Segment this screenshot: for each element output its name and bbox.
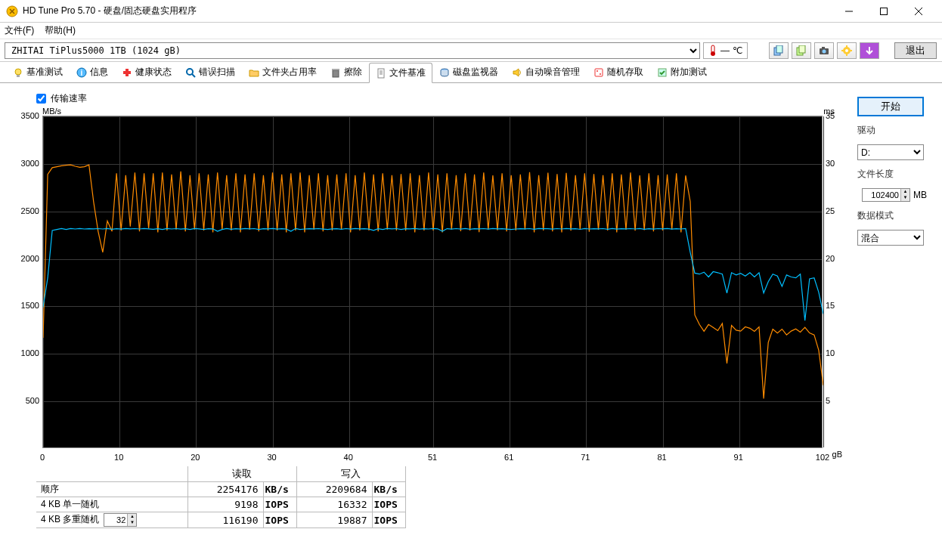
x-tick: 102	[816, 453, 829, 462]
menubar: 文件(F) 帮助(H)	[0, 23, 942, 39]
tab-label: 自动噪音管理	[525, 66, 580, 79]
results-table: 读取 写入 顺序2254176KB/s2209684KB/s4 KB 单一随机9…	[36, 466, 850, 528]
qd-down[interactable]: ▼	[127, 520, 136, 526]
tab-8[interactable]: 自动噪音管理	[505, 62, 587, 82]
svg-point-30	[596, 70, 598, 72]
folder-icon	[249, 67, 259, 78]
file-icon	[376, 68, 386, 79]
tabstrip: 基准测试i信息健康状态错误扫描文件夹占用率擦除文件基准磁盘监视器自动噪音管理随机…	[0, 62, 942, 83]
app-icon	[6, 5, 18, 17]
info-icon: i	[76, 67, 87, 78]
copy-result-button[interactable]	[792, 42, 811, 59]
qd-up[interactable]: ▲	[127, 514, 136, 520]
result-row-label: 4 KB 多重随机▲▼	[36, 512, 187, 528]
tab-5[interactable]: 擦除	[324, 62, 369, 82]
svg-rect-25	[333, 70, 339, 77]
series-read_speed_mb_s	[43, 228, 823, 320]
tab-1[interactable]: i信息	[70, 62, 115, 82]
tab-6[interactable]: 文件基准	[369, 63, 432, 83]
filelen-down[interactable]: ▼	[900, 195, 909, 201]
svg-rect-18	[17, 75, 20, 77]
drive-letter-select[interactable]: D:	[857, 144, 924, 160]
read-value: 9198	[187, 497, 263, 512]
y-right-tick: 10	[826, 348, 842, 357]
y-left-tick: 1500	[12, 301, 39, 310]
tab-2[interactable]: 健康状态	[115, 62, 178, 82]
temp-unit: ℃	[733, 45, 742, 56]
svg-rect-10	[822, 47, 825, 49]
tab-label: 文件基准	[389, 67, 426, 79]
tab-label: 随机存取	[607, 66, 643, 79]
filelen-input[interactable]	[863, 189, 900, 201]
result-row-label: 顺序	[36, 482, 187, 497]
svg-rect-1	[881, 8, 888, 14]
tab-3[interactable]: 错误扫描	[178, 62, 242, 82]
write-unit: IOPS	[372, 512, 405, 528]
pattern-select[interactable]: 混合	[857, 230, 924, 246]
search-icon	[185, 67, 196, 78]
read-unit: KB/s	[263, 482, 296, 497]
settings-button[interactable]	[837, 42, 857, 59]
pattern-label: 数据模式	[857, 209, 933, 222]
filelen-up[interactable]: ▲	[900, 189, 909, 195]
maximize-button[interactable]	[866, 0, 901, 23]
y-right-tick: 20	[826, 254, 842, 263]
filelen-unit: MB	[913, 190, 927, 200]
read-unit: IOPS	[263, 512, 296, 528]
result-row-label: 4 KB 单一随机	[36, 497, 187, 512]
svg-point-23	[187, 69, 193, 75]
menu-file[interactable]: 文件(F)	[5, 24, 34, 37]
transfer-rate-checkbox[interactable]	[36, 94, 46, 104]
tab-label: 擦除	[344, 66, 362, 79]
copy-info-button[interactable]	[769, 42, 789, 59]
tab-label: 文件夹占用率	[262, 66, 317, 79]
tab-10[interactable]: 附加测试	[650, 62, 714, 82]
thermometer-icon	[708, 45, 717, 57]
y-right-tick: 5	[826, 396, 842, 405]
tab-0[interactable]: 基准测试	[6, 62, 70, 82]
tab-label: 信息	[90, 66, 108, 79]
svg-rect-29	[595, 69, 603, 76]
screenshot-button[interactable]	[814, 42, 834, 59]
queue-depth-spinner[interactable]: ▲▼	[104, 513, 137, 527]
minimize-button[interactable]	[832, 0, 866, 23]
tab-label: 磁盘监视器	[453, 66, 498, 79]
x-tick: 91	[734, 453, 743, 462]
chart: MB/smsgB50051000101500152000202500253000…	[12, 107, 842, 462]
close-button[interactable]	[901, 0, 936, 23]
drive-select[interactable]: ZHITAI TiPlus5000 1TB (1024 gB)	[5, 42, 700, 59]
y-right-tick: 25	[826, 206, 842, 215]
write-unit: IOPS	[372, 497, 405, 512]
filelen-spinner[interactable]: ▲▼	[862, 188, 910, 202]
tab-9[interactable]: 随机存取	[587, 62, 650, 82]
read-value: 116190	[187, 512, 263, 528]
write-value: 19887	[296, 512, 372, 528]
y-left-tick: 500	[12, 396, 39, 405]
tab-7[interactable]: 磁盘监视器	[432, 62, 505, 82]
gear-icon	[841, 45, 852, 56]
svg-rect-27	[378, 69, 384, 78]
disk-icon	[439, 67, 450, 78]
queue-depth-input[interactable]	[104, 514, 127, 526]
y-right-tick: 15	[826, 301, 842, 310]
series-write_speed_mb_s	[43, 165, 823, 398]
svg-text:i: i	[81, 69, 83, 77]
menu-help[interactable]: 帮助(H)	[45, 24, 76, 37]
exit-button[interactable]: 退出	[894, 42, 937, 59]
save-button[interactable]	[860, 42, 879, 59]
temperature-display: — ℃	[703, 42, 748, 59]
tab-4[interactable]: 文件夹占用率	[242, 62, 324, 82]
x-tick: 71	[581, 453, 590, 462]
y-left-tick: 3500	[12, 111, 39, 120]
start-button[interactable]: 开始	[857, 97, 924, 116]
dice-icon	[593, 67, 604, 78]
y-left-tick: 2500	[12, 206, 39, 215]
x-tick: 40	[344, 453, 353, 462]
y-right-tick: 30	[826, 159, 842, 168]
svg-rect-22	[123, 71, 131, 74]
y-left-tick: 3000	[12, 159, 39, 168]
read-unit: IOPS	[263, 497, 296, 512]
y-right-tick: 35	[826, 111, 842, 120]
x-tick: 0	[40, 453, 45, 462]
temp-value: —	[720, 45, 730, 56]
